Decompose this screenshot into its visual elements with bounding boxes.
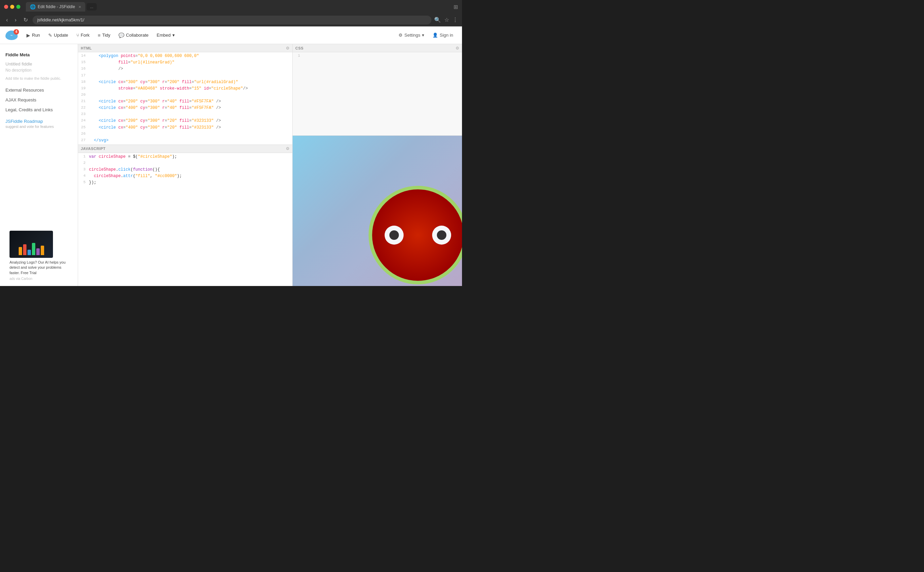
inactive-tab[interactable]: ... bbox=[87, 3, 97, 11]
line: 21 <circle cx="200" cy="300" r="40" fill… bbox=[78, 98, 292, 105]
signin-label: Sign in bbox=[439, 33, 453, 38]
preview-svg bbox=[347, 164, 462, 286]
fork-button[interactable]: ⑂ Fork bbox=[73, 31, 93, 40]
forward-button[interactable]: › bbox=[12, 16, 18, 24]
css-gear-icon[interactable]: ⚙ bbox=[455, 46, 459, 51]
ad-bar-4 bbox=[32, 243, 35, 255]
app-toolbar: ~ 4 ▶ Run ✎ Update ⑂ Fork ≡ Tidy 💬 Colla… bbox=[0, 26, 462, 44]
fork-label: Fork bbox=[81, 33, 90, 38]
signin-button[interactable]: 👤 Sign in bbox=[429, 31, 457, 40]
ad-bar-3 bbox=[28, 250, 31, 255]
html-label: HTML bbox=[81, 46, 92, 50]
gear-icon: ⚙ bbox=[399, 33, 403, 38]
roadmap-subtitle: suggest and vote for features bbox=[5, 124, 72, 129]
fiddle-hint: Add title to make the fiddle public. bbox=[0, 75, 78, 85]
html-gear-icon[interactable]: ⚙ bbox=[286, 46, 290, 51]
settings-button[interactable]: ⚙ Settings ▾ bbox=[395, 31, 428, 40]
embed-label: Embed bbox=[157, 33, 171, 38]
external-resources-link[interactable]: External Resources bbox=[0, 85, 78, 95]
line: 26 bbox=[78, 131, 292, 137]
run-button[interactable]: ▶ Run bbox=[23, 31, 44, 40]
run-label: Run bbox=[32, 33, 40, 38]
js-line-3: 3 circleShape.click(function(){ bbox=[78, 166, 292, 173]
ad-image[interactable] bbox=[9, 231, 53, 258]
browser-window: 🌐 Edit fiddle - JSFiddle ✕ ... ⊞ ‹ › ↻ 🔍… bbox=[0, 0, 462, 26]
html-editor-header: HTML ⚙ bbox=[78, 44, 292, 52]
tidy-icon: ≡ bbox=[98, 33, 100, 38]
url-bar[interactable] bbox=[33, 16, 432, 25]
nav-actions: 🔍 ☆ ⋮ bbox=[434, 17, 458, 23]
jsfiddle-roadmap-link[interactable]: JSFiddle Roadmap bbox=[5, 119, 72, 124]
title-bar: 🌐 Edit fiddle - JSFiddle ✕ ... ⊞ bbox=[0, 0, 462, 14]
ad-bar-2 bbox=[23, 244, 26, 255]
tab-title: Edit fiddle - JSFiddle bbox=[38, 5, 75, 9]
fork-icon: ⑂ bbox=[76, 33, 79, 38]
line: 20 bbox=[78, 92, 292, 98]
right-split: CSS ⚙ 1 bbox=[292, 44, 462, 286]
line: 16 /> bbox=[78, 66, 292, 72]
line: 25 <circle cx="400" cy="300" r="20" fill… bbox=[78, 124, 292, 131]
ad-bar-1 bbox=[19, 247, 22, 255]
left-editors: HTML ⚙ 14 <polygon points="0,0 0,600 600… bbox=[78, 44, 292, 286]
traffic-light-green[interactable] bbox=[16, 5, 20, 9]
embed-button[interactable]: Embed ▾ bbox=[153, 31, 178, 40]
line: 27 </svg> bbox=[78, 137, 292, 144]
js-line-5: 5 }); bbox=[78, 179, 292, 186]
update-button[interactable]: ✎ Update bbox=[45, 31, 72, 40]
html-editor: HTML ⚙ 14 <polygon points="0,0 0,600 600… bbox=[78, 44, 292, 145]
tab-area: 🌐 Edit fiddle - JSFiddle ✕ ... bbox=[26, 2, 451, 11]
traffic-light-red[interactable] bbox=[4, 5, 8, 9]
editors-split: HTML ⚙ 14 <polygon points="0,0 0,600 600… bbox=[78, 44, 462, 286]
ad-text: Analyzing Logs? Our AI helps you detect … bbox=[9, 260, 68, 275]
svg-point-4 bbox=[437, 230, 446, 240]
active-tab[interactable]: 🌐 Edit fiddle - JSFiddle ✕ bbox=[26, 2, 85, 11]
back-button[interactable]: ‹ bbox=[4, 16, 10, 24]
logo-text: ~ bbox=[11, 33, 12, 37]
inactive-tab-label: ... bbox=[90, 5, 93, 9]
ad-chart bbox=[19, 242, 44, 255]
fiddle-meta-title: Fiddle Meta bbox=[0, 50, 78, 60]
line: 22 <circle cx="400" cy="300" r="40" fill… bbox=[78, 105, 292, 111]
js-line-4: 4 circleShape.attr("fill", "#cc0000"); bbox=[78, 173, 292, 179]
css-label: CSS bbox=[295, 46, 304, 50]
traffic-lights bbox=[4, 5, 20, 9]
update-icon: ✎ bbox=[48, 33, 52, 38]
toolbar-icons[interactable]: ⊞ bbox=[453, 4, 458, 10]
settings-label: Settings bbox=[404, 33, 420, 38]
js-line-1: 1 var circleShape = $("#circleShape"); bbox=[78, 154, 292, 160]
css-code-area[interactable]: 1 bbox=[293, 52, 462, 135]
embed-chevron-icon: ▾ bbox=[173, 33, 175, 38]
line: 24 <circle cx="200" cy="300" r="20" fill… bbox=[78, 118, 292, 124]
ajax-requests-link[interactable]: AJAX Requests bbox=[0, 95, 78, 105]
logo-area: ~ 4 bbox=[5, 31, 18, 40]
html-code-area[interactable]: 14 <polygon points="0,0 0,600 600,600 60… bbox=[78, 52, 292, 145]
tidy-label: Tidy bbox=[102, 33, 110, 38]
js-editor: JAVASCRIPT ⚙ 1 var circleShape = $("#cir… bbox=[78, 145, 292, 286]
collaborate-label: Collaborate bbox=[126, 33, 149, 38]
css-editor-pane: CSS ⚙ 1 bbox=[293, 44, 462, 136]
js-editor-header: JAVASCRIPT ⚙ bbox=[78, 145, 292, 153]
line: 14 <polygon points="0,0 0,600 600,600 60… bbox=[78, 53, 292, 59]
tab-icon: 🌐 bbox=[30, 4, 36, 9]
search-icon[interactable]: 🔍 bbox=[434, 17, 441, 23]
nav-bar: ‹ › ↻ 🔍 ☆ ⋮ bbox=[0, 14, 462, 26]
sidebar-ad: Analyzing Logs? Our AI helps you detect … bbox=[4, 225, 74, 281]
ad-bar-5 bbox=[36, 248, 40, 255]
preview-pane bbox=[293, 136, 462, 286]
tab-close-icon[interactable]: ✕ bbox=[78, 5, 81, 9]
line: 18 <circle cx="300" cy="300" r="200" fil… bbox=[78, 79, 292, 85]
js-code-area[interactable]: 1 var circleShape = $("#circleShape"); 2… bbox=[78, 153, 292, 286]
settings-chevron-icon: ▾ bbox=[422, 33, 424, 38]
refresh-button[interactable]: ↻ bbox=[21, 16, 30, 24]
notification-badge: 4 bbox=[14, 29, 19, 34]
collaborate-button[interactable]: 💬 Collaborate bbox=[115, 31, 152, 40]
js-gear-icon[interactable]: ⚙ bbox=[286, 146, 290, 151]
traffic-light-yellow[interactable] bbox=[10, 5, 14, 9]
run-icon: ▶ bbox=[26, 33, 30, 38]
tidy-button[interactable]: ≡ Tidy bbox=[94, 31, 114, 40]
line: 23 bbox=[78, 111, 292, 118]
legal-credits-link[interactable]: Legal, Credits and Links bbox=[0, 105, 78, 115]
ads-via: ads via Carbon bbox=[9, 277, 68, 281]
bookmark-icon[interactable]: ☆ bbox=[444, 17, 449, 23]
menu-icon[interactable]: ⋮ bbox=[452, 17, 458, 23]
